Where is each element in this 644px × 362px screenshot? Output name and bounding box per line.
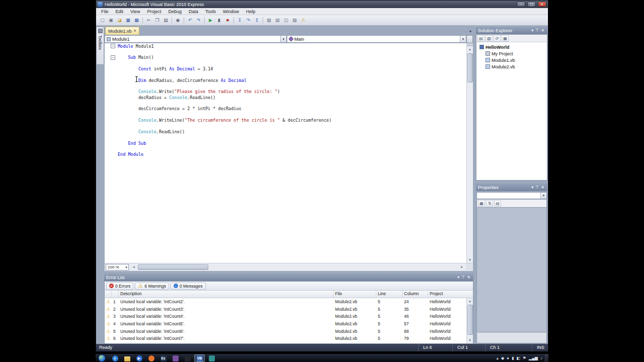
scroll-right-icon[interactable]: ▸ bbox=[459, 264, 465, 270]
app-icon-dark[interactable] bbox=[182, 354, 193, 362]
menu-edit[interactable]: Edit bbox=[112, 8, 127, 15]
scrollbar-thumb[interactable] bbox=[467, 305, 473, 335]
fold-toggle-icon[interactable]: − bbox=[111, 55, 115, 60]
chevron-down-icon[interactable]: ▾ bbox=[280, 36, 286, 42]
scroll-up-icon[interactable]: ▴ bbox=[467, 298, 473, 304]
toolbox-tab[interactable]: Toolbox bbox=[97, 27, 104, 65]
warnings-filter-button[interactable]: ⚠6 Warnings bbox=[135, 283, 169, 290]
errors-filter-button[interactable]: ✕0 Errors bbox=[106, 283, 133, 290]
object-browser-icon[interactable]: ◫ bbox=[282, 16, 290, 24]
tray-icon-3[interactable]: ▮ bbox=[512, 354, 514, 362]
start-debugging-icon[interactable]: ▶ bbox=[206, 16, 215, 24]
toolbox-window-icon[interactable]: ▨ bbox=[290, 16, 299, 24]
scroll-up-icon[interactable]: ▴ bbox=[467, 46, 473, 52]
start-button[interactable] bbox=[98, 354, 106, 362]
scroll-down-icon[interactable]: ▾ bbox=[467, 337, 473, 343]
error-col-file[interactable]: File bbox=[334, 291, 376, 298]
editor-horizontal-scrollbar[interactable]: ◂ ▸ bbox=[131, 264, 465, 270]
fold-toggle-icon[interactable]: − bbox=[111, 44, 115, 48]
network-icon[interactable]: ▂▄▆ bbox=[529, 354, 538, 362]
solution-explorer-icon[interactable]: ▧ bbox=[265, 16, 273, 24]
tree-item-helloworld[interactable]: HelloWorld bbox=[476, 44, 547, 50]
step-out-icon[interactable]: ↥ bbox=[253, 16, 261, 24]
tab-module1vb[interactable]: Module1.vb × bbox=[105, 27, 139, 35]
properties-object-dropdown[interactable]: ▾ bbox=[476, 192, 547, 199]
auto-hide-pin-icon[interactable]: ⊤ bbox=[534, 28, 540, 33]
error-col-column[interactable]: Column bbox=[403, 291, 428, 298]
tree-item-module2-vb[interactable]: Module2.vb bbox=[476, 63, 547, 70]
refresh-icon[interactable]: ⟳ bbox=[494, 35, 501, 42]
error-row[interactable]: ⚠3Unused local variable: 'intCount4'.Mod… bbox=[105, 313, 466, 320]
messages-filter-button[interactable]: i0 Messages bbox=[171, 283, 206, 290]
categorized-icon[interactable]: ▦ bbox=[478, 200, 485, 207]
save-all-icon[interactable]: ▩ bbox=[132, 16, 141, 24]
scrollbar-thumb[interactable] bbox=[467, 53, 473, 82]
close-button[interactable]: ✕ bbox=[538, 2, 546, 7]
cut-icon[interactable]: ✂ bbox=[144, 16, 153, 24]
maximize-button[interactable]: ▢ bbox=[527, 2, 536, 7]
view-code-icon[interactable]: ▦ bbox=[502, 35, 509, 42]
error-row[interactable]: ⚠1Unused local variable: 'intCount2'.Mod… bbox=[105, 298, 466, 306]
show-all-files-icon[interactable]: ▧ bbox=[486, 35, 493, 42]
code-editor[interactable]: −Module Module1− Sub Main() Const intPi … bbox=[105, 43, 466, 263]
show-desktop-button[interactable] bbox=[545, 354, 548, 362]
tree-item-module1-vb[interactable]: Module1.vb bbox=[476, 57, 547, 63]
title-bar[interactable]: HelloWorld - Microsoft Visual Basic 2010… bbox=[96, 1, 548, 8]
tray-icon-4[interactable]: ◧ bbox=[516, 354, 520, 362]
auto-hide-pin-icon[interactable]: ⊤ bbox=[460, 275, 466, 280]
new-project-icon[interactable]: ▢ bbox=[98, 16, 107, 24]
error-row[interactable]: ⚠5Unused local variable: 'intCount6'.Mod… bbox=[105, 327, 466, 335]
menu-debug[interactable]: Debug bbox=[165, 8, 185, 15]
menu-data[interactable]: Data bbox=[185, 8, 202, 15]
chevron-down-icon[interactable]: ▾ bbox=[540, 193, 546, 199]
se-properties-icon[interactable]: ▤ bbox=[477, 35, 485, 42]
error-list-title-bar[interactable]: Error List ▾⊤✕ bbox=[104, 274, 473, 281]
paste-icon[interactable]: ▤ bbox=[162, 16, 170, 24]
error-col-line[interactable]: Line bbox=[376, 291, 403, 298]
error-col-project[interactable]: Project bbox=[428, 291, 466, 298]
stop-debugging-icon[interactable]: ■ bbox=[223, 16, 232, 24]
scrollbar-thumb[interactable] bbox=[138, 264, 208, 270]
tray-expand-icon[interactable]: ▴ bbox=[497, 354, 499, 362]
menu-file[interactable]: File bbox=[98, 8, 112, 15]
internet-explorer-icon[interactable]: e bbox=[110, 354, 120, 362]
volume-icon[interactable]: ♪ bbox=[540, 354, 542, 362]
error-list-scrollbar[interactable]: ▴ ▾ bbox=[466, 298, 473, 343]
redo-icon[interactable]: ↷ bbox=[194, 16, 203, 24]
auto-hide-pin-icon[interactable]: ⊤ bbox=[534, 185, 540, 190]
error-list-window-icon[interactable]: ⚠ bbox=[299, 16, 307, 24]
alphabetical-icon[interactable]: ⇅ bbox=[486, 200, 493, 207]
error-row[interactable]: ⚠2Unused local variable: 'intCount3'.Mod… bbox=[105, 306, 466, 313]
open-file-icon[interactable]: ◪ bbox=[115, 16, 124, 24]
windows-explorer-icon[interactable] bbox=[122, 354, 132, 362]
close-icon[interactable]: ✕ bbox=[466, 275, 471, 280]
properties-title-bar[interactable]: Properties ▾⊤✕ bbox=[476, 184, 547, 191]
members-dropdown[interactable]: Main ▾ bbox=[287, 35, 466, 43]
copy-icon[interactable]: ❐ bbox=[153, 16, 162, 24]
undo-icon[interactable]: ↶ bbox=[186, 16, 194, 24]
error-row[interactable]: ⚠6Unused local variable: 'intCount7'.Mod… bbox=[105, 335, 466, 342]
find-icon[interactable]: ◉ bbox=[174, 16, 182, 24]
tab-close-icon[interactable]: × bbox=[134, 29, 136, 33]
action-center-icon[interactable]: ⚑ bbox=[523, 354, 526, 362]
menu-tools[interactable]: Tools bbox=[202, 8, 219, 15]
app-icon-teal[interactable] bbox=[206, 354, 217, 362]
save-icon[interactable]: ▦ bbox=[124, 16, 132, 24]
close-icon[interactable]: ✕ bbox=[540, 28, 545, 33]
solution-explorer-title-bar[interactable]: Solution Explorer ▾⊤✕ bbox=[476, 27, 547, 34]
step-over-icon[interactable]: ↷ bbox=[244, 16, 253, 24]
step-into-icon[interactable]: ↧ bbox=[235, 16, 244, 24]
scroll-down-icon[interactable]: ▾ bbox=[467, 257, 473, 263]
minimize-button[interactable]: ─ bbox=[517, 2, 525, 7]
break-all-icon[interactable]: ▮ bbox=[215, 16, 223, 24]
menu-project[interactable]: Project bbox=[143, 8, 165, 15]
menu-help[interactable]: Help bbox=[243, 8, 259, 15]
editor-split-button[interactable] bbox=[466, 35, 473, 43]
app-icon-purple[interactable] bbox=[170, 354, 181, 362]
zoom-dropdown[interactable]: 100 % ▾ bbox=[106, 264, 129, 270]
editor-vertical-scrollbar[interactable]: ▴ ▾ bbox=[466, 43, 473, 263]
menu-view[interactable]: View bbox=[127, 8, 143, 15]
tray-icon-1[interactable]: ◆ bbox=[501, 354, 504, 362]
close-icon[interactable]: ✕ bbox=[540, 185, 545, 190]
scroll-left-icon[interactable]: ◂ bbox=[131, 264, 137, 270]
